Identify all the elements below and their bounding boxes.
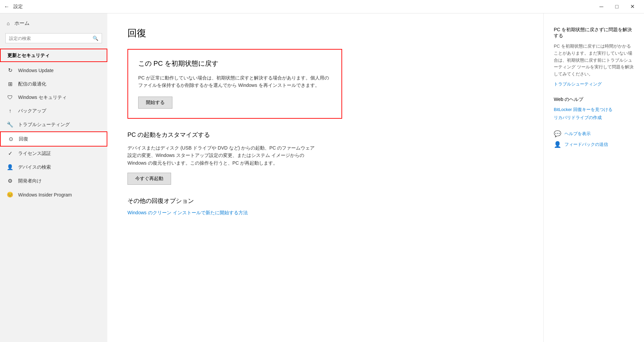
- feedback-item: 👤 フィードバックの送信: [554, 141, 634, 148]
- sidebar-item-label: デバイスの検索: [18, 164, 51, 170]
- feedback-icon: 👤: [554, 141, 561, 148]
- sidebar-item-label: Windows Insider Program: [18, 192, 72, 197]
- right-panel-heading-1: PC を初期状態に戻さずに問題を解決する: [554, 27, 634, 39]
- security-icon: 🛡: [7, 95, 13, 101]
- titlebar-controls: ─ □ ✕: [594, 1, 640, 12]
- bitlocker-link[interactable]: BitLocker 回復キーを見つける: [554, 107, 634, 113]
- sidebar-item-label: 開発者向け: [18, 178, 42, 184]
- sidebar-item-home[interactable]: ⌂ ホーム: [0, 16, 107, 31]
- sidebar-item-label: トラブルシューティング: [18, 122, 70, 128]
- backup-icon: ↑: [7, 108, 13, 114]
- startup-title: PC の起動をカスタマイズする: [127, 131, 523, 139]
- troubleshoot-icon: 🔧: [7, 121, 13, 128]
- sidebar-item-windows-security[interactable]: 🛡 Windows セキュリティ: [0, 91, 107, 104]
- sidebar-item-label: Windows セキュリティ: [18, 95, 67, 101]
- feedback-link[interactable]: フィードバックの送信: [565, 141, 608, 148]
- sidebar-item-label: ライセンス認証: [18, 151, 51, 157]
- right-panel-heading-2: Web のヘルプ: [554, 97, 634, 103]
- recovery-icon: ⊙: [7, 136, 14, 142]
- right-panel-text-1: PC を初期状態に戻すには時間がかかることがあります。まだ実行していない場合は、…: [554, 43, 634, 78]
- clean-install-link[interactable]: Windows のクリーン インストールで新たに開始する方法: [127, 210, 248, 215]
- reset-pc-title: この PC を初期状態に戻す: [138, 59, 331, 68]
- insider-icon: 😊: [7, 191, 13, 198]
- sidebar-item-developer[interactable]: ⚙ 開発者向け: [0, 174, 107, 188]
- start-reset-button[interactable]: 開始する: [138, 97, 172, 109]
- titlebar-title: 設定: [13, 4, 23, 10]
- right-panel: PC を初期状態に戻さずに問題を解決する PC を初期状態に戻すには時間がかかる…: [543, 13, 644, 342]
- sidebar-item-backup[interactable]: ↑ バックアップ: [0, 104, 107, 118]
- right-panel-section-2: Web のヘルプ BitLocker 回復キーを見つける リカバリドライブの作成: [554, 97, 634, 121]
- close-button[interactable]: ✕: [625, 1, 640, 12]
- sidebar-item-troubleshoot[interactable]: 🔧 トラブルシューティング: [0, 118, 107, 131]
- search-input[interactable]: [9, 36, 90, 41]
- back-button[interactable]: ←: [4, 4, 9, 10]
- sidebar-item-find-device[interactable]: 👤 デバイスの検索: [0, 160, 107, 174]
- sidebar-item-windows-update[interactable]: ↻ Windows Update: [0, 63, 107, 77]
- sidebar-item-label: 回復: [19, 136, 28, 142]
- titlebar-left: ← 設定: [4, 4, 23, 10]
- windows-update-icon: ↻: [7, 67, 13, 73]
- sidebar-home-label: ホーム: [14, 20, 30, 26]
- sidebar-section-header[interactable]: 更新とセキュリティ: [0, 49, 107, 62]
- sidebar-item-label: 配信の最適化: [18, 81, 46, 87]
- startup-section: PC の起動をカスタマイズする デバイスまたはディスク (USB ドライブや D…: [127, 131, 523, 197]
- home-icon: ⌂: [7, 20, 10, 26]
- maximize-button[interactable]: □: [609, 1, 625, 12]
- sidebar-item-delivery-optimization[interactable]: ⊞ 配信の最適化: [0, 77, 107, 91]
- activation-icon: ✓: [7, 150, 13, 157]
- other-options-title: その他の回復オプション: [127, 197, 523, 205]
- help-item: 💬 ヘルプを表示: [554, 130, 634, 137]
- startup-description: デバイスまたはディスク (USB ドライブや DVD など) からの起動、PC …: [127, 144, 315, 167]
- search-box: 🔍: [5, 33, 102, 43]
- sidebar-item-label: Windows Update: [18, 68, 54, 73]
- titlebar: ← 設定 ─ □ ✕: [0, 0, 644, 13]
- minimize-button[interactable]: ─: [594, 1, 609, 12]
- main-layout: ⌂ ホーム 🔍 更新とセキュリティ ↻ Windows Update ⊞ 配信の…: [0, 13, 644, 342]
- sidebar-item-insider[interactable]: 😊 Windows Insider Program: [0, 188, 107, 202]
- right-panel-section-3: 💬 ヘルプを表示 👤 フィードバックの送信: [554, 130, 634, 148]
- reset-pc-description: PC が正常に動作していない場合は、初期状態に戻すと解決する場合があります。個人…: [138, 74, 331, 89]
- right-panel-section-1: PC を初期状態に戻さずに問題を解決する PC を初期状態に戻すには時間がかかる…: [554, 27, 634, 87]
- developer-icon: ⚙: [7, 178, 13, 184]
- recovery-drive-link[interactable]: リカバリドライブの作成: [554, 115, 634, 121]
- other-options-section: その他の回復オプション Windows のクリーン インストールで新たに開始する…: [127, 197, 523, 216]
- find-device-icon: 👤: [7, 164, 13, 170]
- help-link[interactable]: ヘルプを表示: [565, 131, 591, 137]
- sidebar-item-activation[interactable]: ✓ ライセンス認証: [0, 147, 107, 160]
- restart-now-button[interactable]: 今すぐ再起動: [127, 173, 171, 185]
- content-area: 回復 この PC を初期状態に戻す PC が正常に動作していない場合は、初期状態…: [107, 13, 543, 342]
- troubleshoot-link[interactable]: トラブルシューティング: [554, 81, 634, 87]
- sidebar-item-label: バックアップ: [18, 108, 46, 114]
- delivery-icon: ⊞: [7, 81, 13, 87]
- search-icon: 🔍: [93, 36, 98, 41]
- page-title: 回復: [127, 27, 523, 40]
- reset-pc-box: この PC を初期状態に戻す PC が正常に動作していない場合は、初期状態に戻す…: [127, 49, 342, 119]
- sidebar-item-recovery[interactable]: ⊙ 回復: [0, 131, 107, 147]
- sidebar: ⌂ ホーム 🔍 更新とセキュリティ ↻ Windows Update ⊞ 配信の…: [0, 13, 107, 342]
- help-icon: 💬: [554, 130, 561, 137]
- section-header-label: 更新とセキュリティ: [7, 53, 50, 59]
